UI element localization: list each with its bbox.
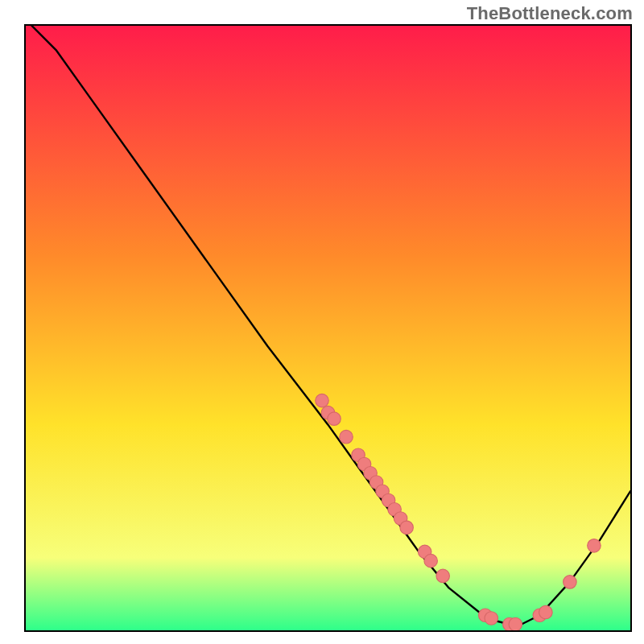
- chart-container: TheBottleneck.com: [0, 0, 644, 644]
- data-marker: [509, 617, 522, 630]
- data-marker: [424, 554, 438, 568]
- data-marker: [539, 605, 553, 619]
- watermark-label: TheBottleneck.com: [467, 3, 633, 24]
- data-marker: [328, 412, 341, 426]
- data-marker: [340, 430, 353, 444]
- gradient-background: [26, 26, 630, 630]
- data-marker: [588, 539, 601, 553]
- data-marker: [400, 521, 414, 535]
- data-marker: [436, 569, 450, 583]
- data-marker: [316, 394, 329, 407]
- data-marker: [485, 612, 498, 625]
- data-marker: [564, 576, 577, 589]
- plot-frame: [24, 24, 632, 632]
- plot-svg: [26, 26, 630, 630]
